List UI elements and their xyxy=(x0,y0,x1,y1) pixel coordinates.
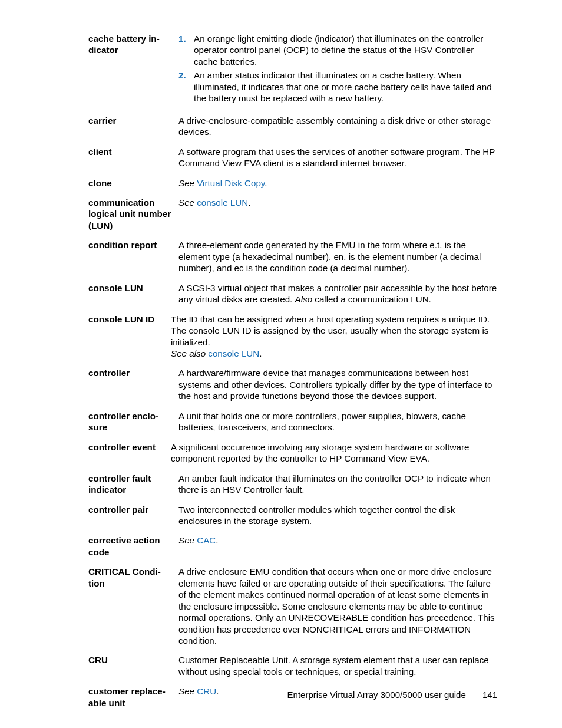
glossary-term: CRU xyxy=(88,654,178,666)
glossary-entry: cloneSee Virtual Disk Copy. xyxy=(88,177,497,189)
glossary-term: condition report xyxy=(88,239,178,251)
page-footer: Enterprise Virtual Array 3000/5000 user … xyxy=(287,690,497,700)
list-number: 2. xyxy=(178,70,194,81)
see-suffix: . xyxy=(248,197,250,207)
glossary-entry: controller eventA significant occurrence… xyxy=(88,442,497,465)
glossary-term: controller fault indicator xyxy=(88,473,178,496)
glossary-entry: controller pairTwo interconnected contro… xyxy=(88,504,497,527)
glossary-term: clone xyxy=(88,177,178,189)
glossary-term: communication logical unit num­ber (LUN) xyxy=(88,197,178,231)
glossary-entry: cache battery in­dicator1.An orange ligh… xyxy=(88,33,497,107)
cross-reference-link[interactable]: CRU xyxy=(197,686,216,696)
glossary-definition: A drive-enclosure-compatible assembly co… xyxy=(178,115,497,138)
list-item: 2.An amber status indicator that illumin… xyxy=(178,70,497,104)
glossary-term: controller event xyxy=(88,442,171,453)
also-label: Also xyxy=(295,294,313,304)
doc-title: Enterprise Virtual Array 3000/5000 user … xyxy=(287,690,466,700)
see-suffix: . xyxy=(216,686,219,696)
glossary-term: console LUN xyxy=(88,282,178,294)
glossary-term: console LUN ID xyxy=(88,314,171,325)
see-prefix: See xyxy=(178,686,197,696)
definition-text: called a communication LUN. xyxy=(312,294,431,304)
glossary-definition: Two interconnected controller modules wh… xyxy=(178,504,497,527)
glossary-definition: The ID that can be assigned when a host … xyxy=(171,314,497,360)
glossary-entry: controller fault indicatorAn amber fault… xyxy=(88,473,497,496)
glossary-term: carrier xyxy=(88,115,178,126)
list-text: An orange light emitting diode (indicato… xyxy=(194,33,497,67)
glossary-term: corrective action code xyxy=(88,535,178,558)
glossary-entry: clientA software program that uses the s… xyxy=(88,146,497,169)
glossary-definition: See CAC. xyxy=(178,535,497,546)
glossary-definition: A three-element code generated by the EM… xyxy=(178,239,497,274)
glossary-definition: A software program that uses the service… xyxy=(178,146,497,169)
glossary-entry: CRUCustomer Replaceable Unit. A storage … xyxy=(88,654,497,677)
see-prefix: See xyxy=(178,197,197,207)
glossary-definition: 1.An orange light emitting diode (indica… xyxy=(178,33,497,107)
glossary-entry: controllerA hardware/firmware device tha… xyxy=(88,367,497,401)
cross-reference-link[interactable]: Virtual Disk Copy xyxy=(197,178,265,188)
see-also-suffix: . xyxy=(259,348,262,358)
definition-text: The ID that can be assigned when a host … xyxy=(171,314,497,348)
numbered-list: 1.An orange light emitting diode (indica… xyxy=(178,33,497,104)
see-prefix: See xyxy=(178,535,197,545)
glossary-definition: A significant occurrence involving any s… xyxy=(171,442,497,465)
glossary-definition: A SCSI-3 virtual object that makes a con… xyxy=(178,282,497,305)
cross-reference-link[interactable]: console LUN xyxy=(208,348,259,358)
glossary-entry: CRITICAL Condi­tionA drive enclosure EMU… xyxy=(88,566,497,646)
page: cache battery in­dicator1.An orange ligh… xyxy=(0,0,562,728)
glossary-term: controller enclo­sure xyxy=(88,410,178,433)
glossary-list: cache battery in­dicator1.An orange ligh… xyxy=(88,33,497,709)
glossary-definition: See Virtual Disk Copy. xyxy=(178,177,497,189)
glossary-entry: controller enclo­sureA unit that holds o… xyxy=(88,410,497,433)
list-number: 1. xyxy=(178,33,194,44)
glossary-term: customer replace­able unit xyxy=(88,686,178,709)
glossary-entry: corrective action codeSee CAC. xyxy=(88,535,497,558)
cross-reference-link[interactable]: console LUN xyxy=(197,197,248,207)
glossary-term: client xyxy=(88,146,178,157)
glossary-entry: console LUNA SCSI-3 virtual object that … xyxy=(88,282,497,305)
see-prefix: See xyxy=(178,178,197,188)
glossary-entry: console LUN IDThe ID that can be assigne… xyxy=(88,314,497,360)
glossary-entry: condition reportA three-element code gen… xyxy=(88,239,497,274)
glossary-definition: See console LUN. xyxy=(178,197,497,208)
glossary-definition: An amber fault indicator that illuminate… xyxy=(178,473,497,496)
glossary-entry: communication logical unit num­ber (LUN)… xyxy=(88,197,497,231)
see-also: See also console LUN. xyxy=(171,348,497,359)
page-number: 141 xyxy=(482,690,497,700)
glossary-definition: A unit that holds one or more controller… xyxy=(178,410,497,433)
glossary-term: CRITICAL Condi­tion xyxy=(88,566,178,589)
glossary-term: controller xyxy=(88,367,178,378)
cross-reference-link[interactable]: CAC xyxy=(197,535,216,545)
glossary-definition: Customer Replaceable Unit. A storage sys… xyxy=(178,654,497,677)
glossary-definition: A drive enclosure EMU condition that occ… xyxy=(178,566,497,646)
see-suffix: . xyxy=(265,178,267,188)
see-also-prefix: See also xyxy=(171,348,208,358)
glossary-term: cache battery in­dicator xyxy=(88,33,178,56)
glossary-definition: A hardware/firmware device that manages … xyxy=(178,367,497,401)
see-suffix: . xyxy=(216,535,218,545)
list-text: An amber status indicator that illuminat… xyxy=(194,70,497,104)
list-item: 1.An orange light emitting diode (indica… xyxy=(178,33,497,67)
glossary-entry: carrierA drive-enclosure-compatible asse… xyxy=(88,115,497,138)
glossary-term: controller pair xyxy=(88,504,178,515)
